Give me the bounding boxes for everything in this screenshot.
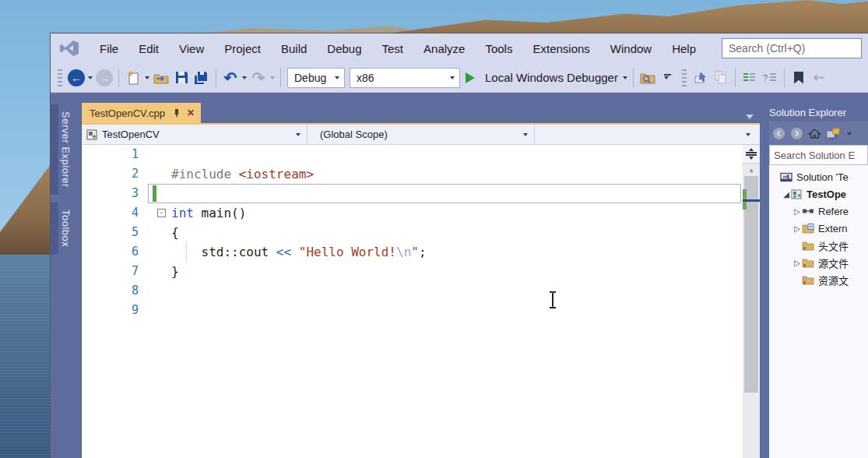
code-text — [171, 281, 741, 301]
expander-expanded-icon[interactable]: ◢ — [782, 190, 791, 199]
code-line-4[interactable]: 4-int main() — [82, 203, 743, 223]
document-tab-testopencv[interactable]: TestOpenCV.cpp ✕ — [82, 103, 201, 123]
home-icon[interactable] — [808, 128, 821, 139]
quick-search-input[interactable]: Search (Ctrl+Q) — [722, 38, 862, 58]
pin-icon[interactable] — [173, 108, 181, 118]
menu-item-project[interactable]: Project — [214, 39, 271, 58]
save-all-button[interactable] — [192, 68, 211, 88]
tree-item-源文件[interactable]: ▷源文件 — [769, 254, 868, 271]
menu-item-extensions[interactable]: Extensions — [522, 39, 599, 58]
start-debugging-dropdown[interactable] — [623, 76, 627, 82]
navbar-project-dropdown[interactable]: TestOpenCV — [82, 125, 307, 144]
collapse-region-icon[interactable]: - — [157, 209, 166, 217]
code-line-7[interactable]: 7} — [82, 262, 743, 281]
split-window-handle[interactable] — [743, 145, 760, 164]
menu-item-window[interactable]: Window — [600, 39, 662, 58]
navbar-scope-dropdown[interactable]: (Global Scope) — [307, 125, 535, 144]
code-token: << — [276, 245, 291, 259]
toolbar-grip[interactable] — [682, 69, 687, 86]
navigate-to-button[interactable] — [691, 68, 710, 88]
redo-dropdown[interactable] — [270, 76, 275, 82]
find-in-files-button[interactable] — [638, 68, 657, 88]
code-line-body[interactable]: { — [148, 223, 741, 242]
wallpaper-cliff — [0, 156, 50, 265]
solution-explorer-toolbar — [769, 122, 868, 145]
expander-collapsed-icon[interactable]: ▷ — [792, 207, 802, 216]
menu-item-analyze[interactable]: Analyze — [413, 39, 475, 58]
menu-item-help[interactable]: Help — [662, 39, 706, 58]
panel-divider[interactable] — [760, 103, 769, 458]
tree-item-refere[interactable]: ▷Refere — [769, 203, 868, 220]
indent-lines-button[interactable] — [740, 68, 759, 88]
start-debugging-button[interactable]: Local Windows Debugger — [462, 68, 621, 88]
toolbar-grip[interactable] — [58, 69, 62, 86]
code-line-body[interactable]: -int main() — [148, 203, 741, 223]
code-line-8[interactable]: 8 — [82, 281, 743, 301]
forward-icon[interactable] — [790, 127, 803, 140]
solution-tree: Solution 'Te◢TestOpe▷Refere▷Extern头文件▷源文… — [769, 165, 868, 458]
undo-dropdown[interactable] — [242, 76, 247, 82]
code-line-body[interactable] — [148, 301, 741, 320]
code-line-2[interactable]: 2#include <iostream> — [82, 164, 743, 184]
redo-button[interactable]: ↷ — [249, 68, 268, 88]
copy-button-disabled[interactable] — [712, 68, 730, 88]
tree-item-extern[interactable]: ▷Extern — [769, 220, 868, 237]
toolbar-separator — [784, 69, 785, 87]
side-tab-server-explorer[interactable]: Server Explorer — [51, 104, 81, 195]
tree-item-solution-te[interactable]: Solution 'Te — [769, 168, 868, 185]
document-list-dropdown-icon[interactable] — [746, 114, 754, 123]
code-editor[interactable]: 12#include <iostream>34-int main()5{6 st… — [82, 145, 760, 458]
menu-item-edit[interactable]: Edit — [128, 39, 169, 58]
open-file-button[interactable] — [152, 68, 170, 88]
editor-scrollbar[interactable]: ▲ — [743, 145, 760, 458]
menu-item-tools[interactable]: Tools — [475, 39, 522, 58]
code-token: #include — [171, 167, 239, 181]
expander-collapsed-icon[interactable]: ▷ — [792, 224, 802, 233]
find-options-dropdown[interactable] — [659, 68, 677, 88]
tree-item-资源文[interactable]: 资源文 — [769, 271, 868, 288]
menu-item-test[interactable]: Test — [372, 39, 414, 58]
expander-collapsed-icon[interactable]: ▷ — [792, 259, 802, 267]
side-tab-strip — [51, 203, 58, 254]
scrollbar-up-arrow[interactable]: ▲ — [743, 167, 760, 174]
tree-item-testope[interactable]: ◢TestOpe — [769, 185, 868, 203]
undo-button[interactable]: ↶ — [221, 68, 240, 88]
new-file-dropdown[interactable] — [145, 76, 149, 82]
play-icon — [466, 72, 480, 83]
menu-item-file[interactable]: File — [90, 39, 128, 58]
close-tab-icon[interactable]: ✕ — [187, 107, 195, 118]
menu-item-debug[interactable]: Debug — [317, 39, 371, 58]
menu-item-build[interactable]: Build — [271, 39, 317, 58]
solution-search-input[interactable]: Search Solution E — [769, 145, 868, 165]
code-token: ; — [419, 245, 427, 259]
code-line-body[interactable]: std::cout << "Hello World!\n"; — [148, 242, 741, 262]
new-file-button[interactable] — [124, 68, 142, 88]
code-line-body[interactable] — [148, 281, 741, 301]
switch-views-dropdown[interactable] — [847, 132, 852, 138]
code-line-9[interactable]: 9 — [82, 301, 743, 320]
code-line-1[interactable]: 1 — [82, 145, 743, 164]
code-token: int — [171, 206, 194, 220]
code-line-body[interactable]: #include <iostream> — [148, 164, 741, 184]
tree-item-头文件[interactable]: 头文件 — [769, 237, 868, 254]
code-line-body[interactable] — [148, 184, 741, 203]
side-tab-toolbox[interactable]: Toolbox — [51, 203, 81, 254]
navigate-forward-button[interactable]: → — [95, 68, 114, 88]
code-line-body[interactable]: } — [148, 262, 741, 281]
code-line-3[interactable]: 3 — [82, 184, 743, 203]
menu-item-view[interactable]: View — [169, 39, 214, 58]
navbar-member-dropdown[interactable] — [535, 125, 760, 144]
solution-configuration-dropdown[interactable]: Debug — [287, 68, 345, 88]
switch-views-icon[interactable] — [826, 128, 841, 139]
code-line-5[interactable]: 5{ — [82, 223, 743, 242]
toggle-bookmark-button[interactable] — [789, 68, 808, 88]
navigate-backward-button[interactable]: ← — [67, 68, 86, 88]
navigate-backward-dropdown[interactable] — [88, 76, 93, 82]
back-icon[interactable] — [772, 127, 785, 140]
comment-lines-button[interactable]: ? — [761, 68, 779, 88]
code-line-6[interactable]: 6 std::cout << "Hello World!\n"; — [82, 242, 743, 262]
previous-bookmark-button[interactable]: ⇠ — [810, 68, 828, 88]
save-button[interactable] — [172, 68, 191, 88]
solution-platform-dropdown[interactable]: x86 — [350, 68, 460, 88]
code-line-body[interactable] — [148, 145, 741, 164]
